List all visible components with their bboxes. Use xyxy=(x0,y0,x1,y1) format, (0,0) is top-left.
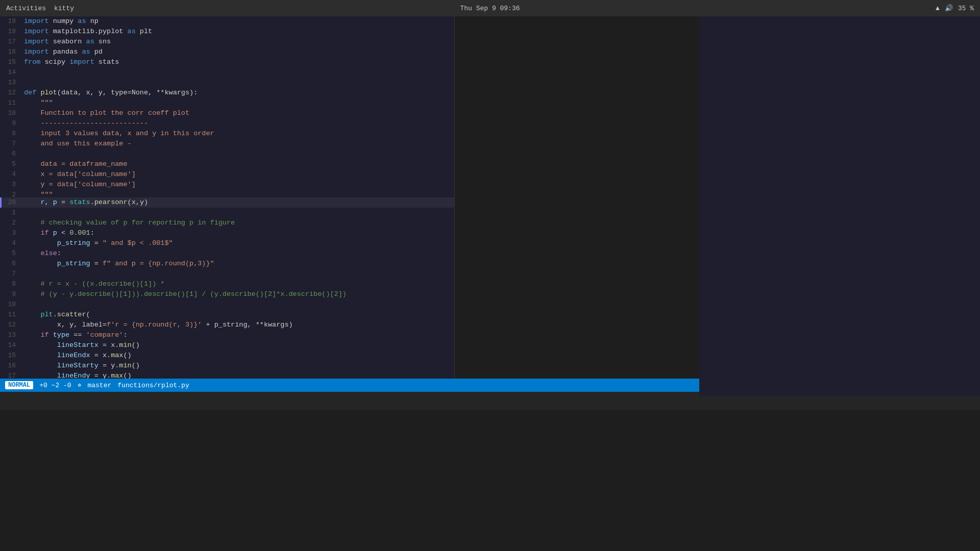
token: < xyxy=(57,229,69,237)
token: import xyxy=(69,58,99,66)
editor-main: 19import numpy as np 18import matplotlib… xyxy=(0,16,454,379)
token: (data, x, y, type= xyxy=(57,89,132,96)
line-content: p_string = " and $p < .001$" xyxy=(22,238,454,248)
line-content: else: xyxy=(22,248,454,259)
token: . xyxy=(90,198,94,206)
line-number: 7 xyxy=(2,269,22,279)
branch-icon: ⋄ xyxy=(78,381,82,389)
line-number: 8 xyxy=(2,129,22,139)
code-line: 19import numpy as np xyxy=(0,16,454,27)
code-line: 11 plt.scatter( xyxy=(0,310,454,320)
line-content xyxy=(22,299,454,310)
code-line: 12def plot(data, x, y, type=None, **kwar… xyxy=(0,88,454,98)
code-line: 11 """ xyxy=(0,98,454,108)
token: (x,y) xyxy=(128,198,153,206)
line-number: 7 xyxy=(2,139,22,149)
token: pd xyxy=(90,48,107,56)
code-line: 5 else: xyxy=(0,248,454,259)
line-content: lineEndy = y.max() xyxy=(22,371,454,379)
line-content: y = data['column_name'] xyxy=(22,180,454,190)
line-content: # (y - y.describe()[1])).describe()[1] /… xyxy=(22,289,454,299)
token: f" and p = {np.round(p,3)}" xyxy=(103,260,214,267)
token: = x. xyxy=(99,341,119,349)
line-number: 18 xyxy=(2,27,22,37)
token: x = data['column_name'] xyxy=(24,170,140,178)
line-number: 6 xyxy=(2,149,22,159)
line-number: 10 xyxy=(2,299,22,310)
token xyxy=(24,300,28,308)
token: None xyxy=(132,89,148,96)
code-line: 13 if type == 'compare': xyxy=(0,330,454,340)
token: p_string xyxy=(24,239,90,247)
line-number: 11 xyxy=(2,98,22,108)
code-container-bottom: 20 r, p = stats.pearsonr(x,y) 1 2 # chec… xyxy=(0,197,454,379)
token: lineStartx xyxy=(24,341,99,349)
git-status: +0 ~2 -0 xyxy=(39,382,71,389)
line-content: def plot(data, x, y, type=None, **kwargs… xyxy=(22,88,454,98)
line-number: 4 xyxy=(2,238,22,248)
token: = xyxy=(57,198,69,206)
line-number: 11 xyxy=(2,310,22,320)
activities-button[interactable]: Activities xyxy=(6,5,46,12)
token: 'compare' xyxy=(86,331,124,339)
line-content: x = data['column_name'] xyxy=(22,169,454,180)
line-content: from scipy import stats xyxy=(22,57,454,67)
line-content: p_string = f" and p = {np.round(p,3)}" xyxy=(22,259,454,269)
code-line: 9 # (y - y.describe()[1])).describe()[1]… xyxy=(0,289,454,299)
kitty-tab[interactable]: kitty xyxy=(54,5,74,12)
code-line: 4 p_string = " and $p < .001$" xyxy=(0,238,454,248)
token xyxy=(173,239,177,247)
vim-mode: NORMAL xyxy=(5,381,33,389)
git-branch: master xyxy=(87,382,111,389)
code-line: 1 xyxy=(0,208,454,218)
line-content: import numpy as np xyxy=(22,16,454,27)
code-line: 12 x, y, label=f'r = {np.round(r, 3)}' +… xyxy=(0,320,454,330)
line-content: x, y, label=f'r = {np.round(r, 3)}' + p_… xyxy=(22,320,454,330)
line-number: 2 xyxy=(2,218,22,228)
token xyxy=(24,209,28,216)
code-line: 18import matplotlib.pyplot as plt xyxy=(0,27,454,37)
token: else xyxy=(24,249,57,257)
token: stats xyxy=(99,58,124,66)
line-number: 5 xyxy=(2,159,22,169)
token: () xyxy=(132,341,144,349)
token: () xyxy=(123,372,135,379)
code-line: 17import seaborn as sns xyxy=(0,37,454,47)
token: plot xyxy=(40,89,57,96)
token: if xyxy=(24,229,53,237)
line-content: import seaborn as sns xyxy=(22,37,454,47)
line-content: lineEndx = x.max() xyxy=(22,350,454,361)
token: seaborn xyxy=(53,38,86,45)
token: = xyxy=(90,260,103,267)
code-line: 15from scipy import stats xyxy=(0,57,454,67)
line-number: 17 xyxy=(2,37,22,47)
token: () xyxy=(123,352,135,359)
token: """ xyxy=(24,99,57,107)
token: stats xyxy=(69,198,90,206)
code-editor[interactable]: 19import numpy as np 18import matplotlib… xyxy=(0,16,454,379)
topbar-right: ▲ 🔊 35 % xyxy=(936,4,974,12)
token xyxy=(24,79,28,86)
line-content: lineStartx = x.min() xyxy=(22,340,454,350)
token: max xyxy=(111,352,123,359)
line-content: if p < 0.001: xyxy=(22,228,454,238)
code-line: 20 r, p = stats.pearsonr(x,y) xyxy=(0,197,454,208)
line-content: import matplotlib.pyplot as plt xyxy=(22,27,454,37)
line-number: 4 xyxy=(2,169,22,180)
token: + p_string, **kwargs) xyxy=(202,321,297,329)
right-panel xyxy=(699,16,980,396)
line-number: 5 xyxy=(2,248,22,259)
line-number: 3 xyxy=(2,228,22,238)
file-path: functions/rplot.py xyxy=(117,382,189,389)
token: matplotlib.pyplot xyxy=(53,28,128,35)
token: () xyxy=(132,362,144,369)
line-content: if type == 'compare': xyxy=(22,330,454,340)
code-line: 5 data = dataframe_name xyxy=(0,159,454,169)
token: plt xyxy=(136,28,157,35)
code-line: 2 """ xyxy=(0,190,454,197)
token: p xyxy=(53,198,57,206)
line-content: and use this example - xyxy=(22,139,454,149)
line-number: 15 xyxy=(2,57,22,67)
token: import xyxy=(24,38,53,45)
line-number: 6 xyxy=(2,259,22,269)
